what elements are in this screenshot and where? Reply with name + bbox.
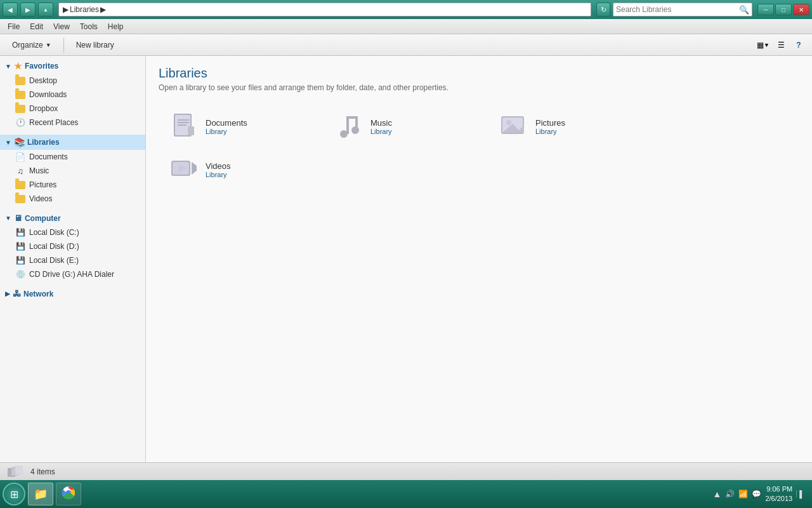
close-button[interactable]: ✕ bbox=[793, 4, 809, 15]
favorites-expand-icon: ▼ bbox=[5, 63, 11, 70]
sidebar-libraries-label: Libraries bbox=[27, 138, 60, 147]
help-toolbar-button[interactable]: ? bbox=[790, 37, 807, 53]
sidebar-item-local-d[interactable]: 💾 Local Disk (D:) bbox=[0, 239, 145, 253]
sidebar-network-header[interactable]: ▶ 🖧 Network bbox=[0, 286, 145, 301]
pictures-icon bbox=[15, 180, 25, 190]
sidebar: ▼ ★ Favorites Desktop Downloads Dropbox … bbox=[0, 56, 146, 462]
taskbar: ⊞ 📁 ▲ 🔊 📶 💬 9:06 PM 2/6/2013 ▌ bbox=[0, 480, 812, 508]
forward-button[interactable]: ▶ bbox=[20, 3, 36, 17]
sidebar-videos-label: Videos bbox=[29, 194, 52, 203]
sidebar-computer-header[interactable]: ▼ 🖥 Computer bbox=[0, 211, 145, 225]
library-doc-type: Library bbox=[206, 128, 247, 135]
library-music-name: Music bbox=[370, 118, 392, 128]
menu-file[interactable]: File bbox=[3, 21, 25, 32]
sidebar-pictures-label: Pictures bbox=[29, 180, 56, 189]
sidebar-recent-places-label: Recent Places bbox=[29, 118, 78, 127]
sidebar-divider-2 bbox=[0, 206, 145, 211]
taskbar-chrome[interactable] bbox=[56, 483, 81, 505]
search-input[interactable] bbox=[616, 5, 737, 14]
notification-area-up-icon[interactable]: ▲ bbox=[713, 489, 722, 499]
file-explorer-taskbar-icon: 📁 bbox=[34, 487, 48, 501]
clock[interactable]: 9:06 PM 2/6/2013 bbox=[765, 485, 792, 504]
network-taskbar-icon[interactable]: 📶 bbox=[738, 490, 748, 498]
start-button[interactable]: ⊞ bbox=[3, 483, 25, 505]
taskbar-right: ▲ 🔊 📶 💬 9:06 PM 2/6/2013 ▌ bbox=[708, 485, 809, 504]
change-view-button[interactable]: ☰ bbox=[773, 37, 789, 53]
search-icon[interactable]: 🔍 bbox=[739, 5, 749, 15]
view-icon-button[interactable]: ▦ ▼ bbox=[755, 37, 771, 53]
sidebar-item-local-e[interactable]: 💾 Local Disk (E:) bbox=[0, 253, 145, 267]
library-grid: Documents Library Music Li bbox=[159, 105, 799, 191]
local-c-icon: 💾 bbox=[15, 227, 25, 237]
show-desktop-icon[interactable]: ▌ bbox=[796, 490, 804, 498]
sidebar-item-recent-places[interactable]: 🕐 Recent Places bbox=[0, 116, 145, 130]
title-bar-left: ◀ ▶ ▲ ▶ Libraries ▶ ↻ 🔍 bbox=[3, 3, 752, 17]
library-vid-info: Videos Library bbox=[206, 161, 231, 178]
sidebar-item-music[interactable]: ♫ Music bbox=[0, 164, 145, 178]
sidebar-local-d-label: Local Disk (D:) bbox=[29, 242, 79, 251]
minimize-button[interactable]: ─ bbox=[757, 4, 774, 15]
library-pic-type: Library bbox=[535, 128, 565, 135]
sidebar-music-label: Music bbox=[29, 166, 49, 175]
refresh-button[interactable]: ↻ bbox=[596, 3, 610, 17]
toolbar: Organize ▼ New library ▦ ▼ ☰ ? bbox=[0, 34, 812, 56]
search-bar[interactable]: 🔍 bbox=[613, 3, 752, 17]
menu-view[interactable]: View bbox=[48, 21, 75, 32]
sidebar-item-local-c[interactable]: 💾 Local Disk (C:) bbox=[0, 225, 145, 239]
sidebar-item-desktop[interactable]: Desktop bbox=[0, 74, 145, 88]
title-bar-controls: ─ □ ✕ bbox=[757, 4, 809, 15]
new-library-label: New library bbox=[76, 41, 114, 50]
sidebar-dropbox-label: Dropbox bbox=[29, 104, 58, 113]
address-path-arrow: ▶ bbox=[100, 5, 106, 14]
library-item-pictures[interactable]: Pictures Library bbox=[488, 105, 653, 148]
view-icon: ▦ bbox=[757, 41, 764, 50]
sidebar-item-documents[interactable]: 📄 Documents bbox=[0, 150, 145, 164]
up-button[interactable]: ▲ bbox=[38, 3, 53, 17]
back-button[interactable]: ◀ bbox=[3, 3, 18, 17]
taskbar-file-explorer[interactable]: 📁 bbox=[28, 483, 53, 505]
content-panel: Libraries Open a library to see your fil… bbox=[146, 56, 812, 462]
library-doc-icon bbox=[169, 111, 199, 142]
help-icon: ? bbox=[796, 41, 801, 50]
svg-rect-5 bbox=[188, 126, 194, 135]
toolbar-separator bbox=[63, 37, 64, 53]
desktop-icon bbox=[15, 76, 25, 86]
library-item-videos[interactable]: Videos Library bbox=[159, 148, 324, 191]
sidebar-item-dropbox[interactable]: Dropbox bbox=[0, 102, 145, 116]
sidebar-local-c-label: Local Disk (C:) bbox=[29, 228, 79, 237]
sidebar-item-downloads[interactable]: Downloads bbox=[0, 88, 145, 102]
menu-edit[interactable]: Edit bbox=[25, 21, 48, 32]
menu-bar: File Edit View Tools Help bbox=[0, 19, 812, 34]
menu-help[interactable]: Help bbox=[103, 21, 129, 32]
sidebar-libraries-header[interactable]: ▼ 📚 Libraries bbox=[0, 135, 145, 150]
action-center-icon[interactable]: 💬 bbox=[752, 490, 761, 498]
library-pic-info: Pictures Library bbox=[535, 118, 565, 135]
library-item-documents[interactable]: Documents Library bbox=[159, 105, 324, 148]
maximize-button[interactable]: □ bbox=[775, 4, 792, 15]
chrome-taskbar-icon bbox=[62, 486, 75, 503]
sidebar-item-cd-drive[interactable]: 💿 CD Drive (G:) AHA Dialer bbox=[0, 267, 145, 281]
sidebar-favorites-label: Favorites bbox=[25, 62, 58, 70]
content-subtitle: Open a library to see your files and arr… bbox=[159, 83, 799, 92]
library-music-type: Library bbox=[370, 128, 392, 135]
library-item-music[interactable]: Music Library bbox=[324, 105, 488, 148]
menu-tools[interactable]: Tools bbox=[75, 21, 103, 32]
item-count: 4 items bbox=[30, 467, 55, 476]
new-library-button[interactable]: New library bbox=[69, 37, 121, 53]
view-arrow: ▼ bbox=[764, 42, 769, 48]
content-title: Libraries bbox=[159, 66, 799, 81]
library-doc-info: Documents Library bbox=[206, 118, 247, 135]
address-bar[interactable]: ▶ Libraries ▶ bbox=[58, 3, 591, 17]
sidebar-cd-label: CD Drive (G:) AHA Dialer bbox=[29, 270, 114, 279]
svg-marker-17 bbox=[192, 162, 197, 175]
address-path: Libraries bbox=[70, 5, 99, 14]
sidebar-network-label: Network bbox=[23, 290, 53, 298]
volume-icon[interactable]: 🔊 bbox=[725, 490, 735, 498]
library-vid-icon bbox=[169, 154, 199, 185]
library-pic-icon bbox=[499, 111, 529, 142]
organize-button[interactable]: Organize ▼ bbox=[5, 37, 58, 53]
sidebar-local-e-label: Local Disk (E:) bbox=[29, 256, 79, 265]
sidebar-item-pictures[interactable]: Pictures bbox=[0, 178, 145, 192]
sidebar-favorites-header[interactable]: ▼ ★ Favorites bbox=[0, 58, 145, 74]
sidebar-item-videos[interactable]: Videos bbox=[0, 192, 145, 206]
